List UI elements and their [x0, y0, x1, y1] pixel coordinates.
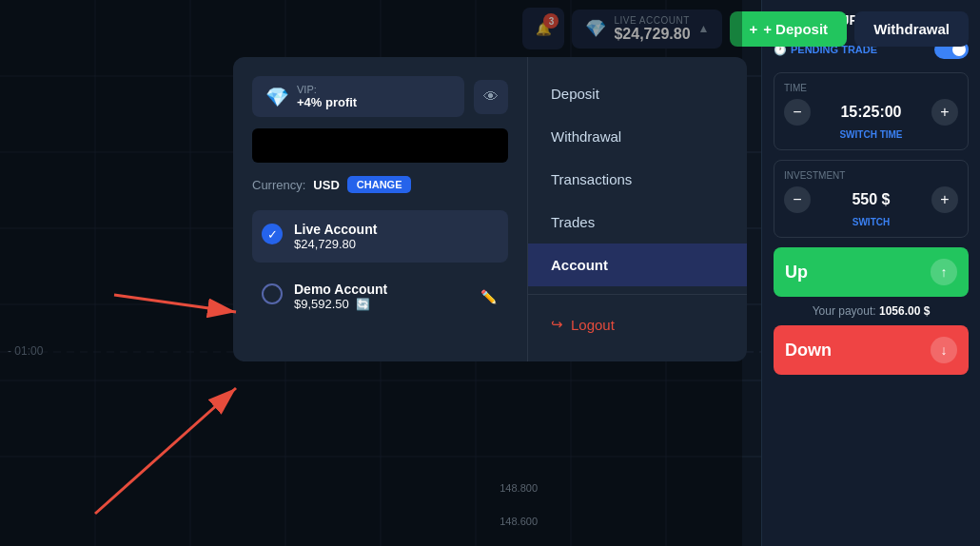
demo-account-details: Demo Account $9,592.50 🔄: [294, 282, 387, 311]
investment-increase-button[interactable]: +: [931, 186, 958, 213]
currency-row: Currency: USD CHANGE: [252, 176, 508, 193]
demo-account-name: Demo Account: [294, 282, 387, 297]
investment-value: 550 $: [816, 191, 926, 208]
down-button[interactable]: Down ↓: [774, 325, 969, 375]
right-panel: CHF/JPY (OTC) 92% 🕐 PENDING TRADE Time −…: [761, 0, 980, 546]
time-field-control: − 15:25:00 +: [784, 99, 958, 126]
account-dropdown: 💎 VIP: +4% profit 👁 Currency: USD CHANGE…: [233, 57, 747, 361]
menu-item-withdrawal[interactable]: Withdrawal: [528, 115, 747, 158]
down-arrow-icon: ↓: [931, 337, 957, 363]
withdrawal-button[interactable]: Withdrawal: [854, 11, 969, 47]
demo-account-balance: $9,592.50 🔄: [294, 297, 387, 311]
switch-label[interactable]: SWITCH: [784, 217, 958, 227]
vip-row: 💎 VIP: +4% profit 👁: [252, 76, 508, 117]
refresh-icon: 🔄: [356, 298, 370, 311]
menu-item-transactions[interactable]: Transactions: [528, 158, 747, 201]
time-field-label: Time: [784, 83, 958, 93]
logout-icon: ↪: [551, 316, 563, 333]
investment-field-control: − 550 $ +: [784, 186, 958, 213]
vip-diamond-icon: 💎: [265, 86, 289, 108]
time-value: 15:25:00: [816, 104, 926, 121]
vip-text: VIP: +4% profit: [297, 84, 357, 109]
menu-item-deposit[interactable]: Deposit: [528, 72, 747, 115]
dropdown-right-menu: Deposit Withdrawal Transactions Trades A…: [528, 57, 747, 361]
vip-profit: +4% profit: [297, 95, 357, 109]
eye-button[interactable]: 👁: [474, 80, 508, 114]
dropdown-left-panel: 💎 VIP: +4% profit 👁 Currency: USD CHANGE…: [233, 57, 528, 361]
demo-account-item[interactable]: Demo Account $9,592.50 🔄 ✏️: [252, 270, 508, 322]
investment-decrease-button[interactable]: −: [784, 186, 811, 213]
live-account-details: Live Account $24,729.80: [294, 222, 377, 251]
investment-field-group: Investment − 550 $ + SWITCH: [774, 160, 969, 238]
time-decrease-button[interactable]: −: [784, 99, 811, 126]
live-account-item[interactable]: ✓ Live Account $24,729.80: [252, 210, 508, 263]
check-circle-icon: ✓: [262, 224, 283, 244]
time-field-group: Time − 15:25:00 + SWITCH TIME: [774, 72, 969, 150]
up-button[interactable]: Up ↑: [774, 247, 969, 297]
up-arrow-icon: ↑: [931, 259, 957, 285]
investment-field-label: Investment: [784, 170, 958, 181]
currency-value: USD: [313, 178, 339, 192]
switch-time-label[interactable]: SWITCH TIME: [784, 129, 958, 140]
empty-circle-icon: [262, 283, 283, 304]
vip-label: VIP:: [297, 84, 357, 95]
menu-item-trades[interactable]: Trades: [528, 201, 747, 244]
menu-item-account[interactable]: Account: [528, 244, 747, 286]
vip-badge: 💎 VIP: +4% profit: [252, 76, 464, 117]
payout-row: Your payout: 1056.00 $: [774, 304, 969, 318]
payout-value: 1056.00 $: [879, 304, 930, 318]
time-increase-button[interactable]: +: [931, 99, 958, 126]
plus-icon: +: [749, 21, 757, 37]
currency-label: Currency:: [252, 178, 305, 192]
live-account-balance: $24,729.80: [294, 237, 377, 251]
menu-item-logout[interactable]: ↪ Logout: [528, 302, 747, 346]
deposit-button[interactable]: + + Deposit: [730, 11, 847, 47]
eye-icon: 👁: [483, 88, 499, 106]
menu-divider: [528, 294, 747, 295]
live-account-name: Live Account: [294, 222, 377, 237]
edit-icon: ✏️: [480, 289, 497, 304]
balance-bar: [252, 128, 508, 163]
change-currency-button[interactable]: CHANGE: [347, 176, 412, 193]
